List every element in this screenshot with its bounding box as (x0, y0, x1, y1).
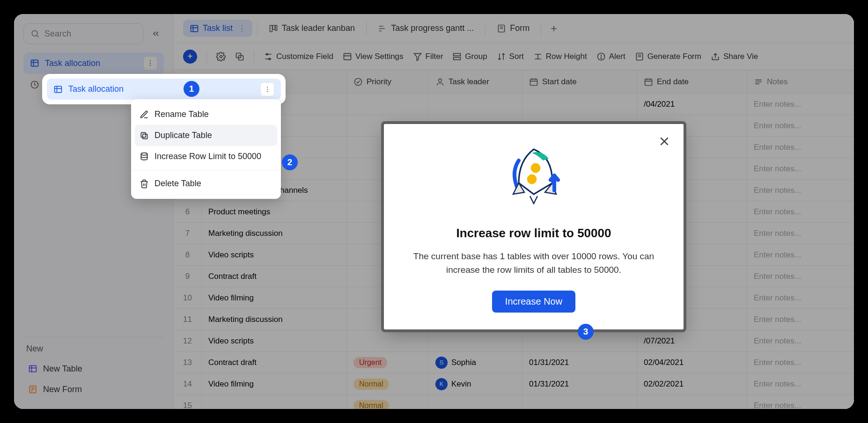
modal-title: Increase row limit to 50000 (397, 226, 670, 241)
close-icon (658, 135, 670, 147)
modal-close-button[interactable] (658, 135, 670, 151)
menu-duplicate-table[interactable]: Duplicate Table (135, 125, 277, 146)
edit-icon (140, 110, 149, 119)
menu-delete-table[interactable]: Delete Table (131, 173, 281, 194)
table-icon (53, 85, 63, 94)
menu-rename-table[interactable]: Rename Table (131, 104, 281, 125)
svg-rect-73 (143, 134, 147, 139)
svg-point-78 (531, 163, 541, 173)
dots-vertical-icon (264, 86, 271, 93)
table-context-menu: Rename Table Duplicate Table Increase Ro… (131, 99, 281, 199)
menu-item-label: Increase Row Limit to 50000 (154, 152, 261, 161)
svg-point-75 (141, 153, 147, 155)
increase-row-limit-modal: Increase row limit to 50000 The current … (384, 124, 684, 329)
svg-point-71 (267, 88, 268, 89)
svg-rect-74 (141, 132, 146, 137)
button-label: Increase Now (505, 296, 562, 306)
divider (131, 170, 281, 170)
table-more-button[interactable] (260, 82, 274, 96)
sidebar-item-label: Task allocation (68, 84, 124, 94)
menu-item-label: Duplicate Table (154, 131, 212, 140)
svg-point-70 (267, 87, 268, 88)
rocket-illustration-icon (496, 138, 571, 213)
increase-now-button[interactable]: Increase Now (492, 291, 575, 313)
modal-body: The current base has 1 tables with over … (397, 250, 670, 277)
step-badge-1: 1 (184, 81, 199, 97)
menu-item-label: Rename Table (154, 109, 209, 119)
menu-item-label: Delete Table (154, 179, 201, 189)
svg-rect-67 (55, 86, 62, 92)
duplicate-icon (140, 131, 149, 140)
step-badge-2: 2 (282, 154, 298, 170)
database-icon (140, 152, 149, 161)
step-badge-3: 3 (578, 324, 594, 340)
svg-point-72 (267, 91, 268, 92)
svg-point-79 (527, 175, 537, 184)
menu-increase-row-limit[interactable]: Increase Row Limit to 50000 (131, 146, 281, 167)
trash-icon (140, 179, 149, 189)
